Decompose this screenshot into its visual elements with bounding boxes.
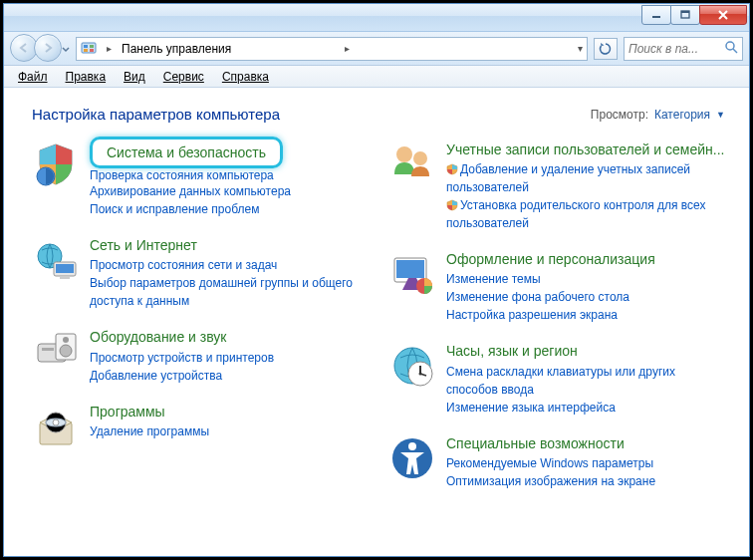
- category-link[interactable]: Поиск и исправление проблем: [90, 200, 369, 218]
- category-title-system-security[interactable]: Система и безопасность: [90, 137, 283, 168]
- svg-point-25: [396, 146, 412, 162]
- link-text: Изменение языка интерфейса: [446, 401, 616, 415]
- category-programs: ПрограммыУдаление программы: [32, 403, 369, 450]
- category-title-appearance[interactable]: Оформление и персонализация: [446, 250, 725, 268]
- svg-rect-28: [396, 260, 424, 278]
- link-text: Изменение темы: [446, 272, 541, 286]
- category-appearance: Оформление и персонализацияИзменение тем…: [388, 250, 725, 324]
- svg-rect-6: [84, 49, 88, 52]
- category-link[interactable]: Проверка состояния компьютера: [90, 168, 369, 182]
- svg-point-34: [419, 373, 422, 376]
- category-link[interactable]: Изменение языка интерфейса: [446, 399, 725, 417]
- category-user-accounts: Учетные записи пользователей и семейн...…: [388, 140, 725, 232]
- navbar: ▸ Панель управления ▸ ▾: [4, 32, 749, 66]
- address-bar[interactable]: ▸ Панель управления ▸ ▾: [76, 37, 588, 61]
- svg-point-8: [726, 42, 734, 50]
- category-link[interactable]: Рекомендуемые Windows параметры: [446, 454, 725, 472]
- category-link[interactable]: Просмотр состояния сети и задач: [90, 256, 369, 274]
- forward-button[interactable]: [34, 34, 62, 62]
- programs-icon: [32, 403, 80, 450]
- chevron-down-icon: ▼: [716, 110, 725, 120]
- control-panel-icon: [81, 41, 97, 57]
- link-text: Поиск и исправление проблем: [90, 202, 259, 216]
- category-link[interactable]: Смена раскладки клавиатуры или других сп…: [446, 363, 725, 399]
- address-dropdown-icon[interactable]: ▾: [578, 43, 583, 54]
- category-title-ease-of-access[interactable]: Специальные возможности: [446, 434, 725, 452]
- refresh-button[interactable]: [594, 38, 618, 60]
- svg-rect-4: [84, 45, 88, 48]
- view-selector[interactable]: Просмотр: Категория ▼: [591, 108, 725, 122]
- svg-rect-0: [652, 16, 660, 18]
- category-title-user-accounts[interactable]: Учетные записи пользователей и семейн...: [446, 140, 725, 158]
- clock-language-icon: [388, 342, 436, 390]
- category-link[interactable]: Архивирование данных компьютера: [90, 182, 369, 200]
- link-text: Настройка разрешения экрана: [446, 308, 618, 322]
- network-internet-icon: [32, 236, 80, 284]
- window: ▸ Панель управления ▸ ▾ Файл Правка Вид …: [3, 3, 750, 557]
- close-button[interactable]: [699, 5, 747, 25]
- category-link[interactable]: Удаление программы: [90, 422, 369, 440]
- category-link[interactable]: Добавление и удаление учетных записей по…: [446, 160, 725, 196]
- search-box[interactable]: [624, 37, 743, 61]
- hardware-sound-icon: [32, 328, 80, 376]
- category-hardware-sound: Оборудование и звукПросмотр устройств и …: [32, 328, 369, 384]
- category-title-network-internet[interactable]: Сеть и Интернет: [90, 236, 369, 254]
- address-chevron-icon[interactable]: ▸: [341, 43, 354, 54]
- minimize-button[interactable]: [641, 5, 671, 25]
- link-text: Удаление программы: [90, 424, 209, 438]
- category-link[interactable]: Изменение темы: [446, 270, 725, 288]
- svg-rect-2: [681, 11, 689, 13]
- menubar: Файл Правка Вид Сервис Справка: [4, 66, 749, 88]
- category-link[interactable]: Просмотр устройств и принтеров: [90, 349, 369, 367]
- link-text: Просмотр состояния сети и задач: [90, 258, 277, 272]
- category-system-security: Система и безопасностьПроверка состояния…: [32, 140, 369, 218]
- address-text: Панель управления: [122, 42, 335, 56]
- category-title-clock-language[interactable]: Часы, язык и регион: [446, 342, 725, 360]
- category-title-programs[interactable]: Программы: [90, 403, 369, 420]
- category-link[interactable]: Выбор параметров домашней группы и общег…: [90, 274, 369, 310]
- svg-rect-14: [60, 276, 70, 279]
- svg-point-20: [60, 345, 72, 357]
- link-text: Смена раскладки клавиатуры или других сп…: [446, 365, 675, 397]
- nav-history-dropdown[interactable]: [62, 43, 70, 57]
- search-input[interactable]: [628, 42, 720, 56]
- svg-rect-7: [90, 49, 94, 52]
- menu-help[interactable]: Справка: [214, 68, 277, 86]
- view-value: Категория: [654, 108, 710, 122]
- menu-file[interactable]: Файл: [10, 68, 56, 86]
- address-chevron-icon: ▸: [103, 43, 116, 54]
- shield-icon: [446, 162, 458, 174]
- search-icon: [724, 40, 738, 57]
- maximize-button[interactable]: [670, 5, 700, 25]
- category-link[interactable]: Изменение фона рабочего стола: [446, 288, 725, 306]
- menu-edit[interactable]: Правка: [58, 68, 115, 86]
- shield-icon: [446, 198, 458, 210]
- page-title: Настройка параметров компьютера: [32, 106, 280, 123]
- svg-point-24: [53, 420, 59, 425]
- content-area: Настройка параметров компьютера Просмотр…: [4, 88, 749, 556]
- link-text: Рекомендуемые Windows параметры: [446, 456, 653, 470]
- titlebar: [4, 4, 749, 32]
- link-text: Просмотр устройств и принтеров: [90, 351, 274, 365]
- right-column: Учетные записи пользователей и семейн...…: [388, 140, 725, 508]
- link-text: Оптимизация изображения на экране: [446, 474, 655, 488]
- category-ease-of-access: Специальные возможностиРекомендуемые Win…: [388, 434, 725, 490]
- left-column: Система и безопасностьПроверка состояния…: [32, 140, 369, 508]
- link-text: Установка родительского контроля для все…: [446, 198, 706, 230]
- ease-of-access-icon: [388, 434, 436, 482]
- link-text: Выбор параметров домашней группы и общег…: [90, 276, 353, 308]
- menu-service[interactable]: Сервис: [155, 68, 212, 86]
- link-text: Архивирование данных компьютера: [90, 184, 291, 198]
- svg-point-36: [408, 442, 416, 450]
- link-text: Добавление и удаление учетных записей по…: [446, 162, 690, 194]
- category-title-hardware-sound[interactable]: Оборудование и звук: [90, 328, 369, 346]
- category-link[interactable]: Оптимизация изображения на экране: [446, 472, 725, 490]
- user-accounts-icon: [388, 140, 436, 188]
- menu-view[interactable]: Вид: [116, 68, 153, 86]
- svg-point-26: [413, 151, 427, 165]
- category-link[interactable]: Установка родительского контроля для все…: [446, 196, 725, 232]
- category-link[interactable]: Добавление устройства: [90, 367, 369, 385]
- category-link[interactable]: Настройка разрешения экрана: [446, 306, 725, 324]
- system-security-icon: [32, 140, 80, 188]
- link-text: Изменение фона рабочего стола: [446, 290, 629, 304]
